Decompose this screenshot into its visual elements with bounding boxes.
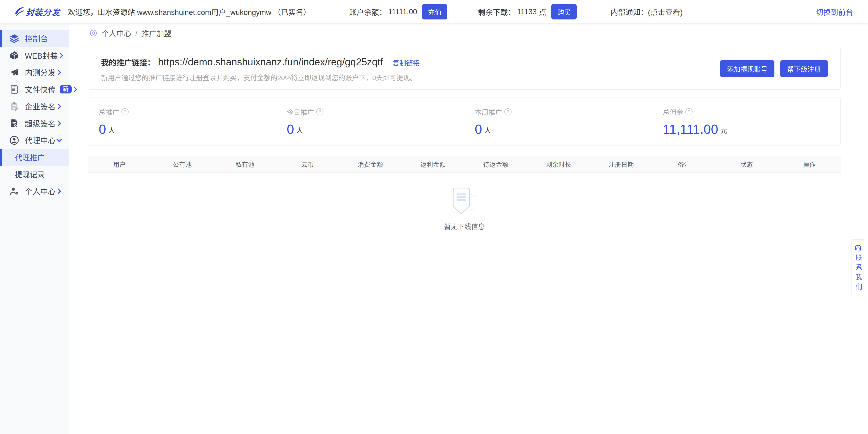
stat-label: 今日推广 [287, 107, 314, 117]
app-logo[interactable]: 封装分发 [13, 6, 60, 18]
sidebar-item-dashboard[interactable]: 控制台 [0, 30, 69, 47]
help-icon[interactable]: ? [504, 108, 512, 115]
table-header-cell: 消费金额 [339, 160, 402, 169]
sidebar-item-label: 内测分发 [25, 67, 56, 78]
table-header-cell: 用户 [88, 160, 151, 169]
sidebar-item-label: 个人中心 [25, 185, 56, 197]
balance-value: 11111.00 [388, 7, 417, 16]
breadcrumb-parent[interactable]: 个人中心 [101, 28, 131, 38]
sidebar-item-label: 代理中心 [25, 135, 56, 146]
zip-file-icon [9, 84, 20, 94]
sidebar-item-agent-center[interactable]: 代理中心 [0, 132, 69, 149]
account-balance-group: 账户余额： 11111.00 充值 [349, 4, 447, 20]
buy-button[interactable]: 购买 [551, 4, 577, 20]
main-content: 个人中心 / 推广加盟 我的推广链接： https://demo.shanshu… [69, 24, 868, 434]
contact-us-label: 联系我们 [855, 254, 862, 293]
sidebar-item-label: 控制台 [25, 33, 48, 44]
stat-label: 本周推广 [475, 107, 502, 117]
table-header-cell: 返利金额 [402, 160, 464, 169]
empty-state: 暂无下线信息 [88, 186, 841, 231]
sidebar-item-label: WEB封装 [25, 50, 58, 61]
downloads-group: 剩余下载： 11133 点 购买 [478, 4, 577, 20]
notice-view-link[interactable]: (点击查看) [648, 6, 683, 17]
stat-unit: 人 [108, 125, 115, 135]
layers-icon [9, 33, 20, 44]
recharge-button[interactable]: 充值 [422, 4, 447, 20]
downloads-value: 11133 [517, 7, 537, 16]
table-header-cell: 私有池 [214, 160, 276, 169]
breadcrumb-separator: / [135, 29, 137, 37]
clipboard-icon [9, 101, 20, 112]
switch-to-front-link[interactable]: 切换到前台 [816, 6, 853, 17]
sidebar-item-personal-center[interactable]: 个人中心 [0, 183, 69, 200]
empty-box-icon [451, 186, 478, 218]
sidebar-item-super-sign[interactable]: 超级签名 [0, 115, 69, 132]
stat-value: 0 [475, 123, 482, 136]
sidebar-subitem-label: 代理推广 [15, 152, 45, 163]
agent-icon [9, 135, 20, 145]
stat-value: 0 [99, 123, 106, 136]
sidebar-subitem-agent-promotion[interactable]: 代理推广 [0, 149, 69, 166]
table-header-cell: 剩余时长 [527, 160, 590, 169]
stat-today-promotion: 今日推广 ? 0 人 [276, 107, 465, 136]
sidebar-item-label: 企业签名 [25, 101, 56, 112]
chevron-right-icon [56, 103, 63, 110]
sidebar-item-file-transfer[interactable]: 文件快传 新 [0, 81, 69, 98]
welcome-text: 欢迎您，山水资源站 www.shanshuinet.com用户_wukongym… [68, 6, 311, 17]
headset-icon [854, 243, 862, 252]
notice-label: 内部通知： [611, 6, 648, 17]
table-header-cell: 云币 [276, 160, 339, 169]
promotion-link-card: 我的推广链接： https://demo.shanshuixnanz.fun/i… [88, 48, 841, 90]
notice-group: 内部通知： (点击查看) [611, 6, 683, 17]
sidebar-item-label: 超级签名 [25, 118, 56, 129]
sidebar-item-beta-distribution[interactable]: 内测分发 [0, 64, 69, 81]
help-icon[interactable]: ? [685, 108, 692, 115]
box-icon [9, 50, 20, 61]
chevron-right-icon [56, 69, 63, 76]
stat-label: 总推广 [99, 107, 119, 117]
help-icon[interactable]: ? [316, 108, 323, 115]
chevron-right-icon [58, 52, 65, 59]
table-header-cell: 待返金额 [464, 160, 527, 169]
paper-plane-icon [9, 67, 20, 78]
feather-swoosh-icon [13, 6, 26, 18]
stat-unit: 人 [296, 125, 303, 135]
stat-total-commission: 总佣金 ? 11,111.00 元 [652, 107, 840, 136]
sidebar-subitem-withdraw-records[interactable]: 提现记录 [0, 166, 69, 183]
table-header-cell: 操作 [778, 160, 841, 169]
logo-text: 封装分发 [26, 6, 60, 18]
stat-unit: 元 [720, 125, 727, 135]
contact-us-widget[interactable]: 联系我们 [851, 239, 865, 297]
sidebar: 控制台 WEB封装 内测分发 文件快传 [0, 24, 69, 434]
stat-label: 总佣金 [663, 107, 683, 117]
chevron-down-icon [56, 137, 63, 144]
stat-week-promotion: 本周推广 ? 0 人 [465, 107, 653, 136]
downloads-unit: 点 [539, 6, 546, 17]
stat-total-promotion: 总推广 ? 0 人 [88, 107, 276, 136]
empty-state-text: 暂无下线信息 [444, 221, 485, 231]
promo-link-label: 我的推广链接： [101, 57, 155, 68]
balance-label: 账户余额： [349, 6, 386, 17]
promo-link-url: https://demo.shanshuixnanz.fun/index/reg… [158, 56, 383, 68]
location-icon [89, 29, 97, 37]
breadcrumb-current: 推广加盟 [142, 28, 171, 38]
downloads-label: 剩余下载： [478, 6, 515, 17]
breadcrumb: 个人中心 / 推广加盟 [79, 24, 841, 42]
sidebar-subitem-label: 提现记录 [15, 169, 45, 180]
help-subordinate-register-button[interactable]: 帮下级注册 [780, 60, 828, 77]
help-icon[interactable]: ? [121, 108, 129, 115]
person-icon [9, 186, 20, 196]
certificate-icon [9, 118, 20, 128]
chevron-right-icon [72, 86, 79, 93]
chevron-right-icon [56, 120, 63, 127]
stat-value: 0 [287, 123, 294, 136]
promo-description: 新用户通过您的推广链接进行注册登录并购买，支付金额的20%将立即返现到您的账户下… [101, 72, 828, 82]
copy-link-button[interactable]: 复制链接 [393, 57, 420, 67]
table-header-cell: 注册日期 [590, 160, 652, 169]
table-header-cell: 备注 [653, 160, 715, 169]
sidebar-item-web-packaging[interactable]: WEB封装 [0, 47, 69, 64]
add-withdraw-account-button[interactable]: 添加提现账号 [720, 60, 774, 77]
stats-card: 总推广 ? 0 人 今日推广 ? 0 人 [88, 97, 841, 145]
topbar: 封装分发 欢迎您，山水资源站 www.shanshuinet.com用户_wuk… [0, 0, 868, 24]
sidebar-item-enterprise-sign[interactable]: 企业签名 [0, 98, 69, 115]
